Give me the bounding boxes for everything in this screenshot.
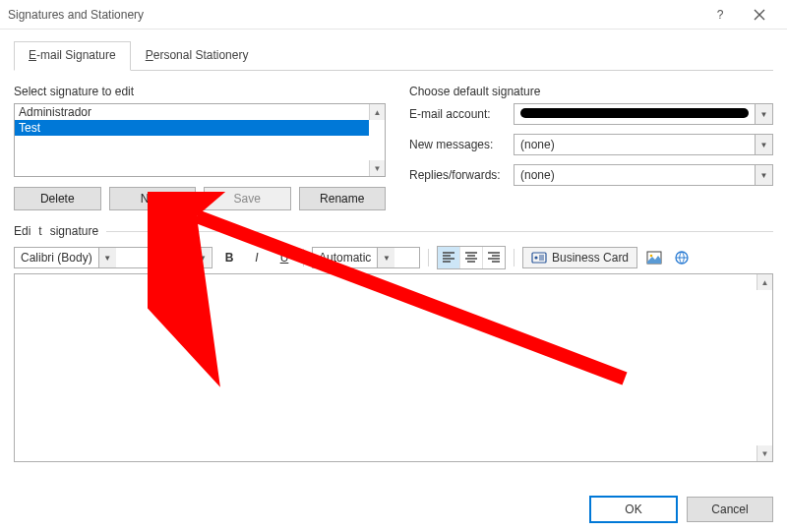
- insert-hyperlink-button[interactable]: [671, 247, 693, 268]
- hyperlink-icon: [674, 250, 690, 266]
- list-item[interactable]: Administrador: [15, 104, 369, 120]
- tab-strip: E-mail Signature Personal Stationery: [14, 41, 773, 71]
- picture-icon: [646, 250, 662, 266]
- separator: [514, 249, 515, 266]
- combo-value: Calibri (Body): [15, 248, 98, 267]
- help-button[interactable]: ?: [700, 0, 740, 30]
- separator: [428, 249, 429, 266]
- edit-signature-label: Edit signature: [14, 224, 773, 238]
- chevron-down-icon[interactable]: ▼: [755, 135, 772, 154]
- new-button[interactable]: New: [109, 187, 197, 210]
- align-right-icon: [486, 250, 502, 266]
- separator: [303, 249, 304, 266]
- rename-button[interactable]: Rename: [299, 187, 387, 210]
- business-card-icon: [531, 250, 547, 266]
- tab-personal-stationery[interactable]: Personal Stationery: [131, 41, 264, 71]
- font-size-combo[interactable]: 11 ▼: [167, 247, 212, 268]
- business-card-label: Business Card: [552, 251, 629, 265]
- align-center-icon: [463, 250, 479, 266]
- replies-forwards-label: Replies/forwards:: [409, 168, 508, 182]
- bold-button[interactable]: B: [218, 247, 240, 268]
- choose-default-label: Choose default signature: [409, 85, 773, 98]
- dialog-footer: OK Cancel: [590, 497, 773, 522]
- tab-email-signature[interactable]: E-mail Signature: [14, 41, 131, 71]
- combo-value: Automatic: [313, 248, 377, 267]
- titlebar: Signatures and Stationery ?: [0, 0, 787, 30]
- insert-picture-button[interactable]: [643, 247, 665, 268]
- signature-listbox[interactable]: Administrador Test ▲ ▼: [14, 103, 386, 177]
- combo-value: 11: [168, 248, 193, 267]
- chevron-down-icon[interactable]: ▼: [377, 248, 394, 267]
- redacted-value: [520, 108, 749, 118]
- new-messages-combo[interactable]: (none) ▼: [514, 134, 773, 155]
- svg-point-3: [650, 255, 653, 258]
- cancel-button[interactable]: Cancel: [687, 497, 773, 522]
- window-title: Signatures and Stationery: [8, 8, 700, 22]
- chevron-down-icon[interactable]: ▼: [757, 445, 772, 461]
- replies-forwards-combo[interactable]: (none) ▼: [514, 164, 773, 186]
- ok-button[interactable]: OK: [590, 497, 677, 522]
- delete-button[interactable]: Delete: [14, 187, 101, 210]
- chevron-down-icon[interactable]: ▼: [755, 165, 772, 185]
- chevron-down-icon[interactable]: ▼: [369, 160, 385, 176]
- select-signature-label: Select signature to edit: [14, 85, 386, 98]
- chevron-down-icon[interactable]: ▼: [755, 104, 772, 124]
- email-account-label: E-mail account:: [409, 107, 508, 121]
- align-left-icon: [441, 250, 456, 266]
- combo-value: (none): [515, 135, 755, 154]
- svg-point-1: [534, 256, 537, 259]
- chevron-down-icon[interactable]: ▼: [98, 248, 116, 267]
- new-messages-label: New messages:: [409, 138, 508, 151]
- combo-value: (none): [515, 165, 755, 185]
- list-item[interactable]: Test: [15, 120, 369, 136]
- align-center-button[interactable]: [460, 247, 483, 268]
- business-card-button[interactable]: Business Card: [522, 247, 637, 268]
- align-group: [437, 246, 506, 269]
- align-left-button[interactable]: [438, 247, 460, 268]
- close-button[interactable]: [740, 0, 779, 30]
- chevron-up-icon[interactable]: ▲: [757, 274, 772, 290]
- signature-editor[interactable]: ▲ ▼: [14, 273, 773, 462]
- align-right-button[interactable]: [483, 247, 505, 268]
- underline-button[interactable]: U: [273, 247, 295, 268]
- font-color-combo[interactable]: Automatic ▼: [312, 247, 420, 268]
- save-button: Save: [204, 187, 291, 210]
- close-icon: [752, 7, 767, 23]
- format-toolbar: Calibri (Body) ▼ 11 ▼ B I U Automatic ▼: [14, 246, 773, 269]
- italic-button[interactable]: I: [246, 247, 268, 268]
- font-family-combo[interactable]: Calibri (Body) ▼: [14, 247, 161, 268]
- email-account-combo[interactable]: ▼: [514, 103, 773, 125]
- chevron-down-icon[interactable]: ▼: [193, 248, 211, 267]
- chevron-up-icon[interactable]: ▲: [369, 104, 385, 120]
